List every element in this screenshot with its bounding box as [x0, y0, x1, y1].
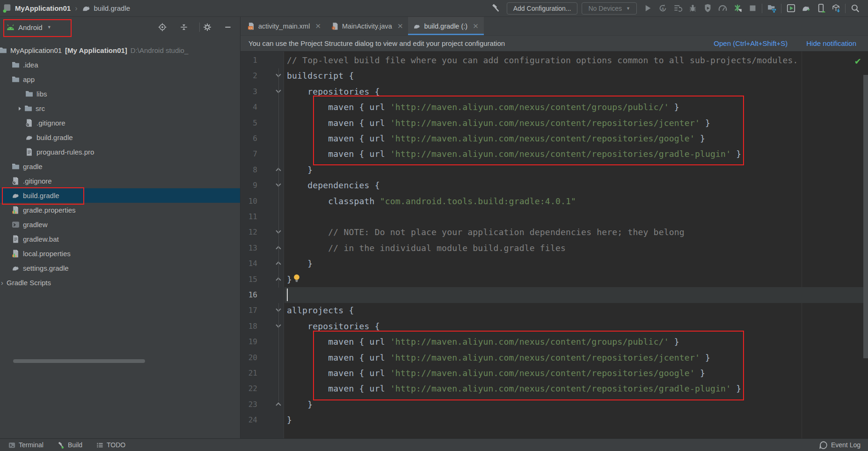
tree-item-gradle-properties[interactable]: gradle.properties: [0, 203, 240, 217]
tree-item-build-gradle[interactable]: build.gradle: [0, 188, 240, 203]
tree-item--gitignore[interactable]: .gitignore: [0, 174, 240, 188]
tree-item-settings-gradle[interactable]: settings.gradle: [0, 261, 240, 275]
tree-item-libs[interactable]: libs: [0, 87, 240, 101]
close-icon[interactable]: ✕: [473, 22, 479, 30]
status-bar: TerminalBuildTODO Event Log: [0, 438, 868, 451]
build-hammer-icon[interactable]: [489, 2, 503, 15]
code-line-8: }: [287, 162, 313, 178]
project-structure-icon[interactable]: [765, 2, 778, 15]
editor-scrollbar-thumb[interactable]: [863, 75, 868, 358]
instant-run-icon[interactable]: [731, 2, 744, 15]
tree-item-gradle[interactable]: gradle: [0, 159, 240, 174]
tab-build-gradle-[interactable]: build.gradle (:)✕: [408, 17, 483, 35]
tree-root-project[interactable]: MyApplication01[My Application01]D:\Andr…: [0, 43, 240, 58]
toolwindow-button-todo[interactable]: TODO: [96, 441, 125, 449]
chevron-right-icon[interactable]: [19, 107, 21, 111]
project-view-selector[interactable]: Android: [18, 23, 43, 31]
breadcrumb-file[interactable]: build.gradle: [94, 4, 131, 12]
notification-banner: You can use the Project Structure dialog…: [241, 36, 868, 52]
folder-icon: [24, 104, 32, 112]
restart-a-icon[interactable]: A: [656, 2, 669, 15]
sdk-manager-icon[interactable]: [829, 2, 842, 15]
fold-marker-icon[interactable]: [276, 402, 281, 407]
line-number: 17: [241, 303, 257, 318]
gear-icon[interactable]: [203, 23, 212, 32]
toolwindow-button-label: TODO: [107, 441, 125, 449]
profile-icon[interactable]: [716, 2, 729, 15]
tree-item-label: gradle.properties: [23, 206, 76, 214]
project-app-icon: [3, 4, 12, 13]
tree-item-gradlew[interactable]: gradlew: [0, 217, 240, 232]
apply-code-icon[interactable]: [671, 2, 684, 15]
root-project-name: MyApplication01: [10, 46, 62, 54]
add-configuration-label: Add Configuration...: [513, 5, 571, 12]
device-selector-dropdown[interactable]: No Devices ▼: [582, 2, 637, 15]
folder-icon: [12, 75, 20, 83]
code-line-18: repositories {: [287, 318, 380, 334]
device-manager-icon[interactable]: [814, 2, 827, 15]
line-number: 18: [241, 318, 257, 334]
open-project-structure-link[interactable]: Open (Ctrl+Alt+Shift+S): [714, 39, 788, 47]
tree-item-app[interactable]: app: [0, 72, 240, 87]
code-line-2: buildscript {: [287, 68, 354, 84]
close-icon[interactable]: ✕: [397, 22, 403, 30]
line-number: 19: [241, 334, 257, 349]
toolwindow-button-terminal[interactable]: Terminal: [8, 441, 44, 449]
chevron-right-icon[interactable]: ›: [1, 279, 3, 287]
tree-item-proguard-rules-pro[interactable]: proguard-rules.pro: [0, 145, 240, 159]
tree-item-build-gradle[interactable]: build.gradle: [0, 130, 240, 145]
intention-bulb-icon[interactable]: [292, 274, 301, 283]
minus-icon[interactable]: [224, 23, 233, 32]
target-icon[interactable]: [158, 23, 167, 32]
toolwindow-button-build[interactable]: Build: [58, 441, 82, 449]
svg-text:A: A: [661, 7, 664, 11]
tab-mainactivity-java[interactable]: JMainActivity.java✕: [326, 17, 408, 35]
tab-label: activity_main.xml: [258, 22, 310, 30]
tree-item-gradlew-bat[interactable]: gradlew.bat: [0, 232, 240, 246]
run-box-icon[interactable]: [784, 2, 797, 15]
breadcrumb-project[interactable]: MyApplication01: [15, 4, 71, 12]
run-icon[interactable]: [641, 2, 654, 15]
collapse-icon[interactable]: [180, 23, 189, 32]
filetext-icon: [12, 235, 20, 243]
debug-icon[interactable]: [686, 2, 699, 15]
attach-icon[interactable]: [701, 2, 714, 15]
inspection-ok-icon[interactable]: ✔: [855, 55, 861, 67]
code-editor[interactable]: 123456789101112131415161718192021222324 …: [241, 52, 868, 438]
build-icon: [58, 442, 65, 449]
line-number: 1: [241, 52, 257, 68]
tree-item-label: src: [36, 104, 45, 112]
tree-item-label: settings.gradle: [23, 264, 69, 272]
tree-item-local-properties[interactable]: local.properties: [0, 246, 240, 261]
toolbar-separator: [845, 4, 846, 13]
tree-item-src[interactable]: src: [0, 101, 240, 116]
line-number: 15: [241, 272, 257, 287]
close-icon[interactable]: ✕: [315, 22, 321, 30]
gradle-sync-icon[interactable]: [799, 2, 812, 15]
event-log-button[interactable]: Event Log: [819, 441, 861, 450]
stop-icon[interactable]: [746, 2, 759, 15]
folder-icon: [25, 90, 33, 98]
tree-item-gradle-scripts[interactable]: ›Gradle Scripts: [0, 275, 240, 290]
gitignore-icon: [25, 119, 33, 127]
event-log-icon: [819, 441, 828, 450]
search-icon[interactable]: [848, 2, 861, 15]
properties-icon: [12, 250, 20, 258]
code-line-24: }: [287, 412, 292, 428]
tree-item--idea[interactable]: .idea: [0, 58, 240, 72]
todo-icon: [96, 442, 103, 449]
folder-icon: [12, 163, 20, 170]
code-line-23: }: [287, 397, 313, 413]
main-toolbar: Add Configuration... No Devices ▼ A: [489, 2, 861, 15]
editor-gutter: 123456789101112131415161718192021222324: [241, 52, 284, 438]
tree-item-label: .gitignore: [23, 177, 52, 185]
gradle-icon: [25, 133, 33, 141]
tree-item--gitignore[interactable]: .gitignore: [0, 116, 240, 130]
line-number: 3: [241, 84, 257, 99]
tab-activity-main-xml[interactable]: <>activity_main.xml✕: [242, 17, 326, 35]
hide-notification-link[interactable]: Hide notification: [806, 39, 856, 47]
sidebar-horizontal-scrollbar[interactable]: [13, 359, 145, 363]
text-cursor: [287, 288, 288, 301]
device-selector-label: No Devices: [588, 5, 622, 12]
add-configuration-button[interactable]: Add Configuration...: [507, 2, 578, 15]
